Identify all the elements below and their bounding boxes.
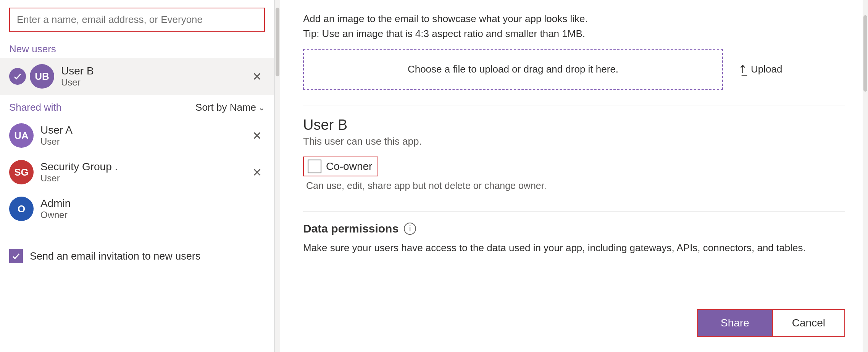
right-scroll-thumb [863,15,867,92]
selected-user-section: User B This user can use this app. Co-ow… [303,117,845,199]
coowner-checkbox[interactable] [308,160,321,173]
user-name-sg: Security Group . [40,161,118,173]
right-panel: Add an image to the email to showcase wh… [280,0,868,352]
drop-zone-label: Choose a file to upload or drag and drop… [408,63,618,75]
left-panel: New users UB User B User ✕ Shared with S… [0,0,275,352]
avatar-ua: UA [9,123,34,148]
left-scroll-thumb [276,8,279,76]
remove-ua-button[interactable]: ✕ [249,128,265,144]
email-invitation-row[interactable]: Send an email invitation to new users [0,239,274,274]
remove-ub-button[interactable]: ✕ [249,68,265,85]
new-user-row-ub[interactable]: UB User B User ✕ [0,58,274,95]
coowner-label: Co-owner [326,160,372,173]
coowner-desc: Can use, edit, share app but not delete … [303,180,845,191]
search-input[interactable] [9,8,265,32]
info-icon[interactable]: i [404,223,416,235]
avatar-ub: UB [30,64,54,89]
user-name-admin: Admin [40,197,71,210]
data-permissions-desc: Make sure your users have access to the … [303,241,845,255]
upload-area: Choose a file to upload or drag and drop… [303,49,845,90]
section-divider-1 [303,105,845,105]
upload-button[interactable]: ↑̲ Upload [738,63,782,76]
user-info-sg: Security Group . User [40,161,118,184]
shared-user-row-sg[interactable]: SG Security Group . User ✕ [0,154,274,191]
avatar-admin: O [9,197,34,221]
selected-user-desc: This user can use this app. [303,136,845,147]
upload-icon: ↑̲ [738,63,747,76]
share-button[interactable]: Share [697,309,773,337]
check-circle-ub [9,68,26,85]
left-scrollbar[interactable] [275,0,280,352]
user-info-admin: Admin Owner [40,197,71,220]
user-name-ub: User B [61,65,94,77]
tip-text: Add an image to the email to showcase wh… [303,0,845,49]
tip-line2: Tip: Use an image that is 4:3 aspect rat… [303,26,845,41]
chevron-down-icon: ⌄ [258,103,265,112]
upload-label: Upload [751,63,782,75]
email-checkbox[interactable] [9,249,23,263]
user-name-ua: User A [40,124,73,136]
new-users-label: New users [0,39,274,58]
shared-user-row-ua[interactable]: UA User A User ✕ [0,117,274,154]
shared-with-label: Shared with [9,102,61,113]
search-wrapper [0,0,274,39]
data-permissions-title: Data permissions [303,222,399,235]
data-permissions-header: Data permissions i [303,222,845,235]
sort-by-label: Sort by Name [195,102,256,113]
remove-sg-button[interactable]: ✕ [249,164,265,181]
user-role-admin: Owner [40,210,71,220]
action-buttons: Share Cancel [697,309,845,337]
cancel-button[interactable]: Cancel [773,309,845,337]
sort-by-button[interactable]: Sort by Name ⌄ [195,102,265,113]
tip-line1: Add an image to the email to showcase wh… [303,11,845,26]
user-info-ub: User B User [61,65,94,88]
shared-with-header: Shared with Sort by Name ⌄ [0,95,274,117]
right-scrollbar[interactable] [863,0,868,352]
drop-zone[interactable]: Choose a file to upload or drag and drop… [303,49,723,90]
section-divider-2 [303,211,845,212]
avatar-sg: SG [9,160,34,184]
coowner-wrapper[interactable]: Co-owner [303,157,378,176]
right-wrapper: Add an image to the email to showcase wh… [280,0,868,352]
user-info-ua: User A User [40,124,73,147]
coowner-row: Co-owner [303,157,845,176]
user-role-ub: User [61,77,94,88]
email-invitation-label: Send an email invitation to new users [30,250,200,262]
user-role-ua: User [40,136,73,147]
selected-user-name: User B [303,117,845,133]
shared-user-row-admin[interactable]: O Admin Owner [0,191,274,227]
user-role-sg: User [40,173,118,184]
